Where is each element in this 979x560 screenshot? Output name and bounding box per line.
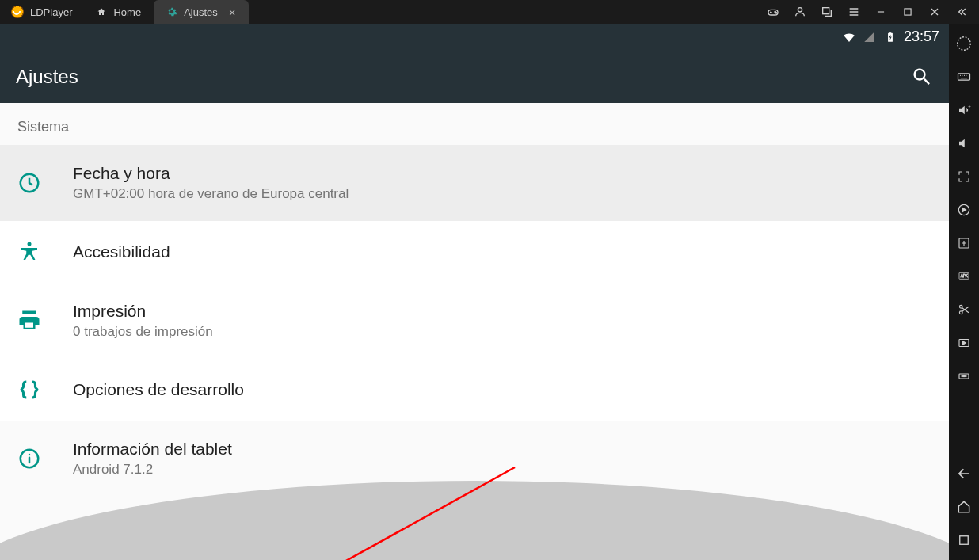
svg-rect-7 (958, 74, 970, 80)
user-icon[interactable] (794, 6, 806, 18)
svg-point-2 (775, 13, 776, 13)
settings-item-about[interactable]: Información del tablet Android 7.1.2 (0, 421, 949, 497)
svg-rect-5 (905, 9, 911, 15)
sync-icon[interactable] (955, 201, 973, 219)
printer-icon (17, 309, 41, 333)
settings-toolbar: Ajustes (0, 50, 949, 103)
settings-item-printing[interactable]: Impresión 0 trabajos de impresión (0, 283, 949, 359)
search-button[interactable] (911, 66, 933, 88)
tab-home-label: Home (113, 6, 141, 18)
record-icon[interactable] (955, 334, 973, 352)
settings-item-accessibility[interactable]: Accesibilidad (0, 221, 949, 283)
home-icon (96, 7, 107, 17)
tab-ajustes[interactable]: Ajustes × (154, 0, 248, 24)
tab-home[interactable]: Home (83, 0, 154, 24)
item-accessibility-title: Accesibilidad (73, 242, 170, 261)
svg-point-15 (959, 311, 962, 314)
volume-down-icon[interactable]: − (955, 135, 973, 152)
wifi-icon (842, 30, 856, 44)
svg-point-14 (959, 305, 962, 308)
section-header-sistema: Sistema (0, 103, 949, 145)
accessibility-icon (17, 240, 41, 264)
more-icon[interactable] (955, 368, 973, 385)
volume-up-icon[interactable]: + (955, 101, 973, 119)
recents-icon[interactable] (955, 531, 973, 549)
maximize-button[interactable] (901, 6, 914, 18)
multi-instance-icon[interactable] (821, 6, 833, 18)
svg-rect-23 (889, 32, 891, 32)
android-statusbar: 23:57 (0, 24, 949, 50)
svg-point-6 (958, 37, 971, 51)
settings-content: Sistema Fecha y hora GMT+02:00 hora de v… (0, 103, 949, 560)
info-icon (17, 447, 41, 470)
minimize-button[interactable] (874, 6, 887, 18)
install-plus-icon[interactable] (955, 234, 973, 252)
tab-close-button[interactable]: × (229, 6, 236, 19)
gear-icon (166, 6, 177, 17)
close-button[interactable] (928, 6, 941, 18)
statusbar-time: 23:57 (904, 29, 939, 45)
collapse-sidebar-button[interactable] (955, 6, 968, 18)
item-developer-title: Opciones de desarrollo (73, 380, 244, 399)
android-viewport: 23:57 Ajustes Sistema Fecha y hora GMT+0… (0, 24, 949, 560)
item-printing-subtitle: 0 trabajos de impresión (73, 324, 213, 340)
battery-icon (883, 30, 897, 44)
window-controls (756, 6, 979, 18)
svg-text:+: + (968, 104, 971, 109)
app-brand: LDPlayer (0, 0, 83, 24)
signal-icon (863, 30, 877, 44)
item-about-subtitle: Android 7.1.2 (73, 462, 232, 478)
back-icon[interactable] (955, 465, 973, 482)
svg-text:APK: APK (961, 274, 969, 278)
svg-rect-4 (823, 8, 829, 14)
clock-icon (17, 171, 41, 195)
home-nav-icon[interactable] (955, 498, 973, 516)
settings-item-developer[interactable]: Opciones de desarrollo (0, 359, 949, 421)
window-titlebar: LDPlayer Home Ajustes × (0, 0, 979, 24)
item-about-title: Información del tablet (73, 440, 232, 459)
settings-icon[interactable] (955, 35, 973, 52)
svg-point-19 (963, 375, 965, 377)
apk-icon[interactable]: APK (955, 268, 973, 285)
svg-point-18 (962, 375, 963, 377)
ldplayer-logo-icon (11, 6, 24, 18)
app-brand-label: LDPlayer (30, 6, 72, 18)
svg-text:−: − (967, 139, 971, 147)
scissors-icon[interactable] (955, 301, 973, 318)
svg-point-3 (798, 8, 802, 12)
tab-ajustes-label: Ajustes (184, 6, 218, 18)
svg-point-20 (966, 375, 967, 377)
settings-item-datetime[interactable]: Fecha y hora GMT+02:00 hora de verano de… (0, 145, 949, 221)
gamepad-icon[interactable] (767, 6, 779, 18)
menu-icon[interactable] (848, 6, 860, 18)
braces-icon (17, 378, 41, 402)
page-title: Ajustes (16, 66, 911, 88)
svg-rect-21 (960, 536, 969, 545)
item-datetime-title: Fecha y hora (73, 164, 349, 183)
keyboard-icon[interactable] (955, 68, 973, 86)
emulator-sidebar: + − APK (949, 24, 979, 560)
item-datetime-subtitle: GMT+02:00 hora de verano de Europa centr… (73, 186, 349, 202)
svg-point-25 (28, 242, 32, 246)
fullscreen-icon[interactable] (955, 168, 973, 185)
item-printing-title: Impresión (73, 302, 213, 321)
